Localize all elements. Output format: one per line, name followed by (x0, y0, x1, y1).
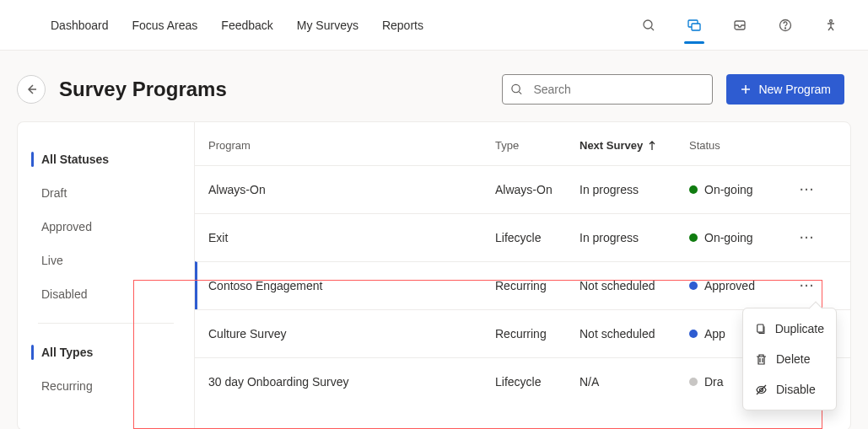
sidebar-item-disabled[interactable]: Disabled (18, 277, 194, 311)
nav-link-my-surveys[interactable]: My Surveys (297, 19, 359, 32)
cell-actions: ··· (790, 279, 824, 292)
cell-status: On-going (689, 231, 790, 244)
menu-item-label: Duplicate (775, 322, 824, 335)
page-title: Survey Programs (59, 78, 227, 101)
search-input[interactable] (502, 74, 713, 105)
new-program-label: New Program (758, 83, 831, 96)
help-icon (779, 19, 792, 32)
page-header: Survey Programs New Program (0, 51, 868, 121)
cell-type: Lifecycle (495, 231, 580, 244)
menu-item-disable[interactable]: Disable (743, 374, 836, 405)
nav-accessibility-button[interactable] (817, 8, 844, 42)
status-dot-icon (689, 185, 698, 194)
cell-program: 30 day Onboarding Survey (208, 375, 495, 389)
column-status[interactable]: Status (689, 139, 790, 152)
sidebar-item-all-types[interactable]: All Types (18, 335, 194, 369)
cell-actions: ··· (790, 231, 824, 244)
cell-program: Contoso Engagement (208, 279, 495, 292)
cell-status: On-going (689, 183, 790, 196)
nav-search-button[interactable] (635, 8, 662, 42)
row-actions-button[interactable]: ··· (800, 231, 815, 244)
cards-icon (687, 18, 702, 33)
cell-next: N/A (580, 375, 689, 389)
cell-type: Lifecycle (495, 375, 580, 389)
svg-point-6 (785, 28, 786, 29)
header-right: New Program (502, 74, 844, 105)
svg-point-8 (512, 84, 520, 92)
nav-links: Dashboard Focus Areas Feedback My Survey… (51, 19, 423, 32)
table-row[interactable]: Contoso EngagementRecurringNot scheduled… (195, 261, 850, 309)
nav-cards-button[interactable] (681, 8, 708, 42)
sidebar-item-all-statuses[interactable]: All Statuses (18, 142, 194, 176)
plus-icon (740, 83, 752, 95)
cell-type: Recurring (495, 279, 580, 292)
trash-icon (755, 353, 768, 366)
cell-next: Not scheduled (580, 327, 689, 341)
header-left: Survey Programs (17, 75, 227, 104)
nav-inbox-button[interactable] (726, 8, 753, 42)
new-program-button[interactable]: New Program (726, 74, 844, 105)
table-header: Program Type Next Survey Status (195, 122, 850, 165)
cell-next: Not scheduled (580, 279, 689, 292)
eye-off-icon (755, 383, 768, 396)
nav-icons (635, 8, 844, 42)
column-next-survey[interactable]: Next Survey (580, 139, 689, 152)
sidebar-item-draft[interactable]: Draft (18, 176, 194, 210)
top-nav: Dashboard Focus Areas Feedback My Survey… (0, 0, 868, 51)
menu-item-label: Delete (776, 352, 810, 366)
status-dot-icon (689, 378, 698, 386)
row-actions-menu: Duplicate Delete Disable (742, 308, 837, 410)
cell-type: Always-On (495, 183, 580, 196)
column-next-label: Next Survey (580, 139, 643, 152)
nav-help-button[interactable] (772, 8, 799, 42)
status-dot-icon (689, 233, 698, 242)
cell-next: In progress (580, 231, 689, 244)
status-label: On-going (704, 183, 753, 196)
cell-program: Exit (208, 231, 495, 244)
copy-icon (755, 323, 767, 335)
cell-program: Always-On (208, 183, 495, 196)
sort-asc-icon (648, 141, 656, 151)
row-actions-button[interactable]: ··· (800, 183, 815, 196)
cell-type: Recurring (495, 327, 580, 341)
svg-point-7 (830, 19, 833, 22)
accessibility-icon (824, 19, 838, 32)
menu-item-duplicate[interactable]: Duplicate (743, 314, 836, 344)
nav-link-dashboard[interactable]: Dashboard (51, 19, 109, 32)
sidebar-divider (38, 323, 174, 324)
status-label: Approved (704, 279, 755, 292)
inbox-icon (733, 19, 747, 32)
nav-link-feedback[interactable]: Feedback (221, 19, 272, 32)
sidebar-item-live[interactable]: Live (18, 244, 194, 277)
cell-actions: ··· (790, 183, 824, 196)
svg-point-0 (644, 20, 652, 29)
back-button[interactable] (17, 75, 46, 104)
search-icon (642, 19, 655, 32)
column-program[interactable]: Program (208, 139, 495, 152)
nav-link-focus-areas[interactable]: Focus Areas (132, 19, 198, 32)
nav-link-reports[interactable]: Reports (382, 19, 423, 32)
main: All Statuses Draft Approved Live Disable… (0, 121, 868, 429)
content: Program Type Next Survey Status Always-O… (194, 121, 851, 429)
svg-line-1 (651, 28, 654, 30)
status-label: Dra (704, 375, 724, 389)
sidebar: All Statuses Draft Approved Live Disable… (17, 121, 194, 429)
svg-line-9 (520, 92, 522, 94)
table-row[interactable]: Always-OnAlways-OnIn progressOn-going··· (195, 165, 850, 213)
row-actions-button[interactable]: ··· (800, 279, 815, 292)
status-dot-icon (689, 282, 698, 290)
back-arrow-icon (25, 83, 37, 95)
svg-rect-10 (757, 324, 763, 332)
sidebar-group-types: All Types Recurring (18, 335, 194, 403)
table-row[interactable]: ExitLifecycleIn progressOn-going··· (195, 213, 850, 261)
cell-program: Culture Survey (208, 327, 495, 341)
sidebar-item-recurring[interactable]: Recurring (18, 369, 194, 403)
status-dot-icon (689, 330, 698, 338)
cell-status: Approved (689, 279, 790, 292)
sidebar-item-approved[interactable]: Approved (18, 210, 194, 244)
cell-next: In progress (580, 183, 689, 196)
menu-item-delete[interactable]: Delete (743, 344, 836, 374)
svg-rect-3 (692, 24, 700, 30)
column-type[interactable]: Type (495, 139, 580, 152)
status-label: On-going (704, 231, 753, 244)
